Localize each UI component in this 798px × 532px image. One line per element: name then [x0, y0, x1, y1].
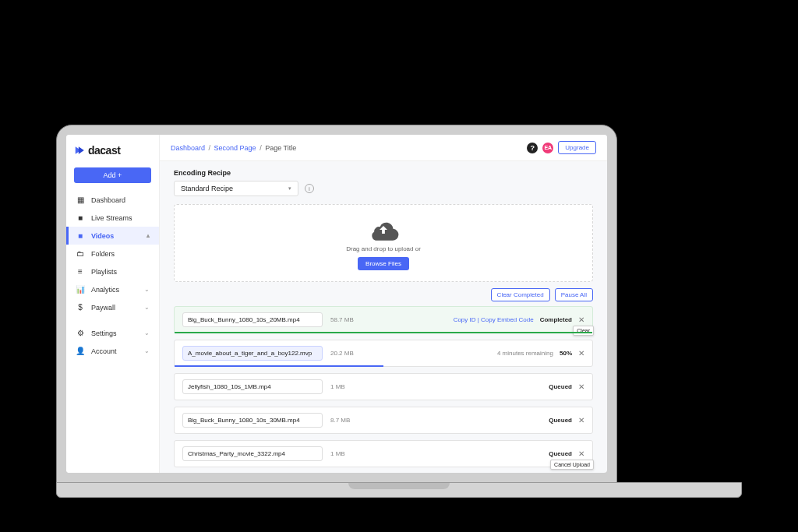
upload-row: A_movie_about_a_tiger_and_a_boy122.mvp 2… — [174, 340, 593, 367]
breadcrumb: Dashboard / Second Page / Page Title — [171, 144, 296, 152]
close-icon[interactable]: ✕ — [578, 382, 584, 391]
file-size: 8.7 MB — [330, 417, 377, 424]
dollar-icon: $ — [76, 303, 85, 312]
file-size: 1 MB — [330, 450, 377, 457]
sidebar-item-label: Folders — [91, 250, 115, 258]
filename-input[interactable]: Big_Buck_Bunny_1080_10s_30MB.mp4 — [182, 413, 323, 428]
logo-icon — [74, 145, 85, 156]
content: Encoding Recipe Standard Recipe ▾ i — [160, 161, 607, 473]
select-value: Standard Recipe — [181, 185, 233, 192]
upload-row: Big_Buck_Bunny_1080_10s_20MB.mp4 58.7 MB… — [174, 306, 593, 333]
chevron-down-icon: ⌄ — [144, 286, 150, 293]
logo: dacast — [66, 135, 159, 164]
help-icon[interactable]: ? — [527, 143, 538, 153]
close-icon[interactable]: ✕ — [578, 449, 584, 458]
topbar: Dashboard / Second Page / Page Title ? E… — [160, 135, 607, 161]
tooltip: Clear — [573, 326, 594, 336]
logo-text: dacast — [88, 144, 120, 157]
sidebar-item-label: Videos — [91, 232, 114, 240]
close-icon[interactable]: ✕ — [578, 315, 584, 324]
pause-all-button[interactable]: Pause All — [555, 288, 593, 301]
encoding-recipe-select[interactable]: Standard Recipe ▾ — [174, 181, 298, 196]
list-icon: ≡ — [76, 267, 85, 276]
cloud-upload-icon — [368, 219, 399, 241]
sidebar-item-dashboard[interactable]: ▦ Dashboard — [66, 191, 159, 209]
camera-icon: ■ — [76, 213, 85, 222]
close-icon[interactable]: ✕ — [578, 349, 584, 358]
file-size: 58.7 MB — [330, 316, 377, 323]
sidebar-item-videos[interactable]: ■ Videos ▴ — [66, 227, 159, 245]
browse-files-button[interactable]: Browse Files — [358, 257, 409, 270]
upgrade-button[interactable]: Upgrade — [558, 141, 596, 154]
avatar[interactable]: EA — [542, 143, 553, 153]
breadcrumb-link[interactable]: Second Page — [214, 144, 256, 152]
upload-row: Christmas_Party_movie_3322.mp4 1 MB Queu… — [174, 440, 593, 467]
sidebar-item-label: Playlists — [91, 268, 117, 276]
file-size: 1 MB — [330, 383, 377, 390]
copy-links[interactable]: Copy ID | Copy Embed Code — [454, 316, 534, 323]
status-label: Queued — [549, 383, 572, 390]
filename-input[interactable]: A_movie_about_a_tiger_and_a_boy122.mvp — [182, 346, 323, 361]
filename-input[interactable]: Christmas_Party_movie_3322.mp4 — [182, 446, 323, 461]
time-remaining: 4 minutes remaining — [497, 350, 553, 357]
sidebar: dacast Add + ▦ Dashboard ■ Live Streams … — [66, 135, 160, 473]
filename-input[interactable]: Big_Buck_Bunny_1080_10s_20MB.mp4 — [182, 312, 323, 327]
sidebar-item-paywall[interactable]: $ Paywall ⌄ — [66, 298, 159, 316]
file-size: 20.2 MB — [330, 350, 377, 357]
main: Dashboard / Second Page / Page Title ? E… — [160, 135, 607, 473]
sidebar-item-label: Paywall — [91, 304, 115, 312]
status-label: Completed — [540, 316, 572, 323]
add-button[interactable]: Add + — [74, 167, 151, 183]
sidebar-item-settings[interactable]: ⚙ Settings ⌄ — [66, 324, 159, 342]
sidebar-item-label: Settings — [91, 329, 117, 337]
dropzone-text: Drag and drop to upload or — [346, 245, 421, 252]
upload-row: Jellyfish_1080_10s_1MB.mp4 1 MB Queued ✕ — [174, 373, 593, 400]
tooltip: Cancel Upload — [550, 460, 594, 470]
chevron-down-icon: ⌄ — [144, 347, 150, 354]
sidebar-item-playlists[interactable]: ≡ Playlists — [66, 262, 159, 280]
clear-completed-button[interactable]: Clear Completed — [491, 288, 550, 301]
close-icon[interactable]: ✕ — [578, 416, 584, 425]
chevron-down-icon: ▾ — [288, 185, 291, 192]
filename-input[interactable]: Jellyfish_1080_10s_1MB.mp4 — [182, 379, 323, 394]
chevron-up-icon: ▴ — [147, 232, 150, 239]
breadcrumb-link[interactable]: Dashboard — [171, 144, 205, 152]
sidebar-item-label: Analytics — [91, 286, 119, 294]
sidebar-item-label: Account — [91, 347, 117, 355]
upload-dropzone[interactable]: Drag and drop to upload or Browse Files — [174, 204, 593, 282]
grid-icon: ▦ — [76, 196, 85, 204]
sidebar-item-livestreams[interactable]: ■ Live Streams — [66, 209, 159, 227]
camera-icon: ■ — [76, 231, 85, 240]
sidebar-item-label: Live Streams — [91, 214, 132, 222]
folder-icon: 🗀 — [76, 249, 85, 258]
chevron-down-icon: ⌄ — [144, 304, 150, 311]
upload-row: Big_Buck_Bunny_1080_10s_30MB.mp4 8.7 MB … — [174, 407, 593, 434]
sidebar-item-account[interactable]: 👤 Account ⌄ — [66, 342, 159, 360]
percent-label: 50% — [560, 350, 572, 357]
sidebar-item-folders[interactable]: 🗀 Folders — [66, 245, 159, 262]
sidebar-item-label: Dashboard — [91, 196, 125, 204]
info-icon[interactable]: i — [305, 184, 314, 193]
gear-icon: ⚙ — [76, 329, 85, 337]
person-icon: 👤 — [76, 347, 85, 355]
sidebar-item-analytics[interactable]: 📊 Analytics ⌄ — [66, 280, 159, 298]
status-label: Queued — [549, 450, 572, 457]
encoding-label: Encoding Recipe — [174, 169, 593, 177]
bars-icon: 📊 — [76, 285, 85, 294]
status-label: Queued — [549, 417, 572, 424]
chevron-down-icon: ⌄ — [144, 329, 150, 336]
breadcrumb-current: Page Title — [265, 144, 296, 152]
